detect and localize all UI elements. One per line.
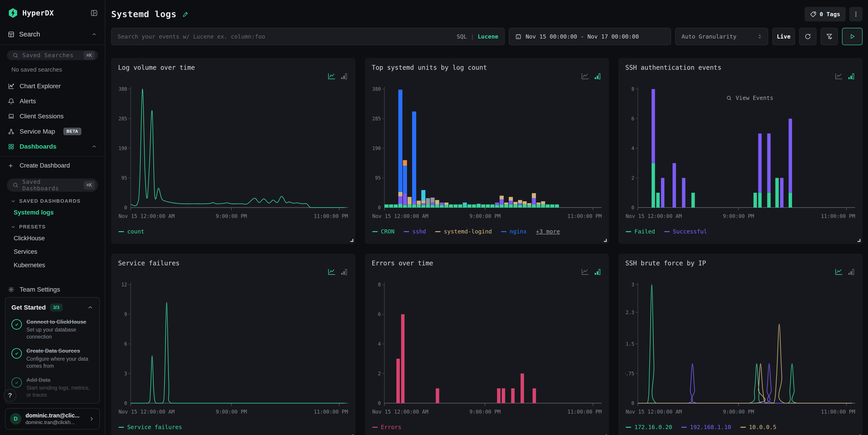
legend-item[interactable]: Successful bbox=[664, 228, 707, 235]
step-title: Connect to ClickHouse bbox=[26, 319, 86, 325]
legend-item[interactable]: sshd bbox=[404, 228, 426, 235]
sidebar-item-label: Service Map bbox=[20, 128, 55, 135]
sidebar-item-chart-explorer[interactable]: Chart Explorer bbox=[0, 79, 105, 94]
sql-mode-toggle[interactable]: SQL bbox=[457, 33, 467, 40]
live-button[interactable]: Live bbox=[772, 28, 795, 45]
sidebar-item-search[interactable]: Search bbox=[0, 24, 105, 44]
chevron-up-icon[interactable] bbox=[87, 304, 93, 311]
divider bbox=[0, 44, 105, 45]
legend-item[interactable]: systemd-logind bbox=[435, 228, 492, 235]
chart-title: Errors over time bbox=[372, 259, 602, 267]
sidebar-item-service-map[interactable]: Service Map BETA bbox=[0, 124, 105, 139]
legend-item[interactable]: 192.168.1.10 bbox=[681, 424, 731, 430]
line-view-icon[interactable] bbox=[835, 73, 843, 80]
sidebar-item-label: Alerts bbox=[20, 98, 36, 105]
user-menu[interactable]: D dominic.tran@clic... dominic.tran@clic… bbox=[5, 408, 100, 430]
view-events-button[interactable]: View Events bbox=[726, 95, 773, 101]
bar-view-icon[interactable] bbox=[594, 269, 601, 275]
line-view-icon[interactable] bbox=[328, 73, 336, 80]
divider bbox=[0, 156, 105, 156]
line-view-icon[interactable] bbox=[328, 269, 336, 275]
bar-view-icon[interactable] bbox=[848, 269, 855, 275]
tag-icon bbox=[810, 11, 816, 17]
line-view-icon[interactable] bbox=[581, 73, 589, 80]
granularity-select[interactable]: Auto Granularity bbox=[675, 28, 768, 45]
search-input[interactable] bbox=[112, 28, 504, 45]
dashboard-menu-button[interactable] bbox=[849, 7, 863, 22]
legend-item[interactable]: Failed bbox=[626, 228, 655, 235]
dashboard-grid: Log volume over time 380285190950Nov 15 … bbox=[111, 58, 863, 435]
gear-icon bbox=[8, 286, 14, 293]
line-view-icon[interactable] bbox=[581, 269, 589, 275]
legend-item[interactable]: 172.16.0.20 bbox=[626, 424, 672, 430]
sidebar-item-client-sessions[interactable]: Client Sessions bbox=[0, 109, 105, 124]
user-email: dominic.tran@clickh... bbox=[26, 420, 80, 426]
sidebar-item-services[interactable]: Services bbox=[0, 245, 105, 258]
chevron-up-icon[interactable] bbox=[91, 31, 97, 37]
bar-view-icon[interactable] bbox=[341, 269, 348, 275]
svg-text:190: 190 bbox=[119, 146, 127, 151]
run-query-button[interactable] bbox=[842, 28, 863, 45]
line-view-icon[interactable] bbox=[835, 269, 843, 275]
sidebar-item-kubernetes[interactable]: Kubernetes bbox=[0, 258, 105, 272]
chart-title: Log volume over time bbox=[118, 64, 348, 71]
sidebar-item-systemd-logs[interactable]: Systemd logs bbox=[0, 206, 105, 219]
sidebar-item-team-settings[interactable]: Team Settings bbox=[0, 282, 105, 297]
resize-handle[interactable] bbox=[350, 239, 353, 242]
chart-title: Top systemd units by log count bbox=[372, 64, 602, 71]
sidebar-item-alerts[interactable]: Alerts bbox=[0, 94, 105, 109]
saved-dashboards-placeholder: Saved Dashboards bbox=[22, 179, 80, 192]
legend-more-link[interactable]: +3 more bbox=[536, 228, 560, 235]
saved-dashboards-section-header[interactable]: SAVED DASHBOARDS bbox=[0, 193, 105, 206]
get-started-step[interactable]: Connect to ClickHouse Set up your databa… bbox=[11, 318, 93, 340]
chart-panel-ssh-brute-force: SSH brute force by IP 32.31.50.750Nov 15… bbox=[618, 253, 863, 435]
bell-icon bbox=[8, 98, 14, 105]
legend-swatch bbox=[372, 427, 378, 428]
chart-plot-area: 86420Nov 15 12:00:00 AM9:00:00 PM11:00:0… bbox=[372, 277, 602, 423]
svg-text:8: 8 bbox=[631, 86, 634, 92]
get-started-step[interactable]: Add Data Start sending logs, metrics, or… bbox=[11, 376, 93, 399]
section-label: SAVED DASHBOARDS bbox=[19, 198, 81, 204]
legend-label: nginx bbox=[510, 228, 527, 235]
get-started-step[interactable]: Create Data Sources Configure where your… bbox=[11, 347, 93, 369]
sidebar-item-dashboards[interactable]: Dashboards bbox=[0, 139, 105, 154]
legend-swatch bbox=[119, 427, 124, 428]
chart-explorer-icon bbox=[8, 83, 14, 90]
presets-section-header[interactable]: PRESETS bbox=[0, 219, 105, 231]
resize-handle[interactable] bbox=[858, 239, 861, 242]
tags-button[interactable]: 0 Tags bbox=[805, 7, 846, 22]
filter-button[interactable] bbox=[820, 28, 838, 45]
svg-text:Nov 15 12:00:00 AM: Nov 15 12:00:00 AM bbox=[119, 213, 175, 219]
date-range-picker[interactable]: Nov 15 00:00:00 - Nov 17 00:00:00 bbox=[509, 28, 671, 45]
legend-label: Service failures bbox=[127, 424, 182, 430]
legend-item[interactable]: Errors bbox=[372, 424, 401, 430]
chevron-up-icon[interactable] bbox=[91, 144, 97, 150]
create-dashboard-button[interactable]: Create Dashboard bbox=[0, 158, 105, 173]
saved-dashboards-input[interactable]: Saved Dashboards ⌘K bbox=[7, 179, 98, 192]
svg-text:9:00:00 PM: 9:00:00 PM bbox=[216, 213, 247, 219]
query-search-field: SQL | Lucene bbox=[111, 28, 505, 45]
lucene-mode-toggle[interactable]: Lucene bbox=[478, 33, 498, 40]
legend-item[interactable]: Service failures bbox=[119, 424, 182, 430]
chart-panel-service-failures: Service failures 129630Nov 15 12:00:00 A… bbox=[111, 253, 355, 435]
legend-item[interactable]: nginx bbox=[501, 228, 527, 235]
check-circle-icon bbox=[11, 377, 22, 388]
legend-item[interactable]: CRON bbox=[372, 228, 395, 235]
bar-view-icon[interactable] bbox=[594, 73, 601, 80]
bar-view-icon[interactable] bbox=[341, 73, 348, 80]
legend-item[interactable]: 10.0.0.5 bbox=[740, 424, 776, 430]
bar-view-icon[interactable] bbox=[848, 73, 855, 80]
help-button[interactable]: ? bbox=[4, 389, 17, 402]
resize-handle[interactable] bbox=[604, 239, 607, 242]
svg-text:8: 8 bbox=[378, 282, 381, 287]
shortcut-badge: ⌘K bbox=[84, 51, 95, 60]
saved-searches-input[interactable]: Saved Searches ⌘K bbox=[7, 51, 98, 60]
chart-canvas: 86420Nov 15 12:00:00 AM9:00:00 PM11:00:0… bbox=[625, 82, 856, 227]
sidebar-item-clickhouse[interactable]: ClickHouse bbox=[0, 231, 105, 245]
refresh-button[interactable] bbox=[799, 28, 816, 45]
legend-label: Errors bbox=[381, 424, 401, 430]
legend-label: 192.168.1.10 bbox=[690, 424, 731, 430]
sidebar-collapse-icon[interactable] bbox=[90, 9, 98, 17]
legend-item[interactable]: count bbox=[119, 228, 144, 235]
edit-title-icon[interactable] bbox=[182, 11, 189, 18]
